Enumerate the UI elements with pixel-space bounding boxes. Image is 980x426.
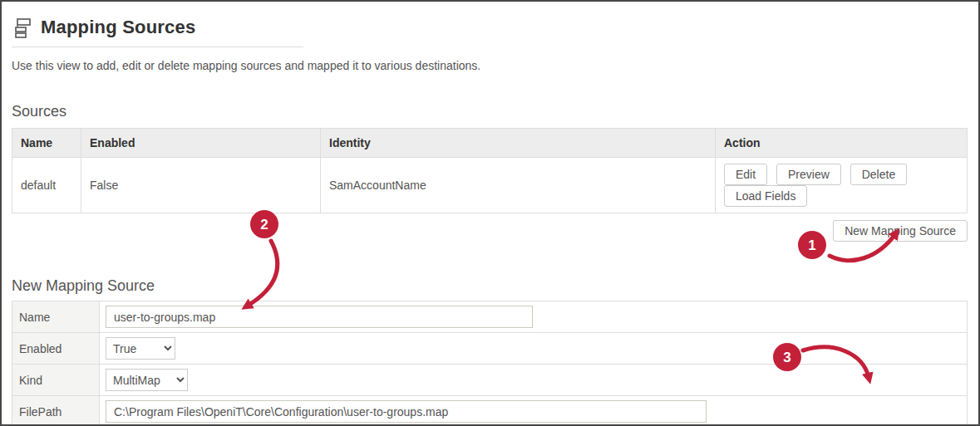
form-row-enabled: Enabled True [12, 333, 968, 365]
mapping-sources-icon [12, 17, 33, 38]
kind-label: Kind [12, 365, 100, 396]
source-action-cell: Edit Preview Delete Load Fields [716, 158, 968, 213]
preview-button[interactable]: Preview [776, 164, 841, 185]
page-header: Mapping Sources [12, 17, 964, 38]
enabled-label: Enabled [12, 333, 100, 365]
column-header-enabled: Enabled [81, 129, 321, 158]
filepath-label: FilePath [12, 396, 100, 426]
form-row-filepath: FilePath [12, 396, 968, 426]
source-name-cell: default [12, 158, 81, 213]
load-fields-button[interactable]: Load Fields [724, 185, 807, 207]
column-header-action: Action [716, 129, 968, 158]
table-row: default False SamAccountName Edit Previe… [12, 158, 968, 213]
sources-heading: Sources [12, 103, 964, 120]
form-row-kind: Kind MultiMap [12, 365, 968, 396]
edit-button[interactable]: Edit [724, 164, 767, 185]
source-identity-cell: SamAccountName [321, 158, 716, 213]
page-description: Use this view to add, edit or delete map… [12, 59, 964, 72]
new-mapping-source-button[interactable]: New Mapping Source [833, 220, 968, 242]
kind-select[interactable]: MultiMap [106, 369, 188, 391]
form-row-name: Name [12, 301, 968, 333]
source-enabled-cell: False [81, 158, 321, 213]
new-mapping-source-heading: New Mapping Source [12, 277, 964, 295]
enabled-select[interactable]: True [106, 337, 175, 360]
sources-table-header-row: Name Enabled Identity Action [12, 129, 968, 158]
filepath-field[interactable] [106, 400, 707, 423]
name-label: Name [12, 301, 100, 333]
name-field[interactable] [106, 306, 533, 328]
page-title: Mapping Sources [41, 17, 195, 38]
column-header-identity: Identity [321, 129, 716, 158]
sources-table: Name Enabled Identity Action default Fal… [12, 128, 968, 213]
column-header-name: Name [12, 129, 81, 158]
delete-button[interactable]: Delete [850, 164, 907, 185]
page: Mapping Sources Use this view to add, ed… [0, 0, 980, 426]
title-divider [12, 47, 303, 47]
new-mapping-source-form: Name Enabled True Kind [12, 301, 968, 426]
